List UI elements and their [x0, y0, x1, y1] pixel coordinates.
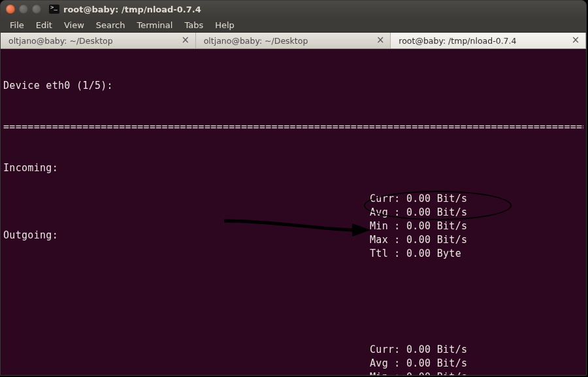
menu-edit[interactable]: Edit [31, 19, 57, 31]
menu-tabs[interactable]: Tabs [179, 19, 208, 31]
stat-curr: Curr: 0.00 Bit/s [370, 344, 467, 355]
stat-avg: Avg : 0.00 Bit/s [370, 206, 467, 218]
menubar: File Edit View Search Terminal Tabs Help [1, 18, 586, 33]
tab-label: oltjano@baby: ~/Desktop [8, 36, 113, 46]
close-icon[interactable]: × [376, 36, 385, 45]
tab-label: root@baby: /tmp/nload-0.7.4 [399, 36, 516, 46]
stat-ttl: Ttl : 0.00 Byte [370, 248, 461, 259]
incoming-label: Incoming: [3, 161, 583, 175]
window-title: root@baby: /tmp/nload-0.7.4 [63, 5, 581, 14]
outgoing-stats: Curr: 0.00 Bit/s Avg : 0.00 Bit/s Min : … [370, 343, 467, 375]
stat-avg: Avg : 0.00 Bit/s [370, 357, 467, 369]
arrow-annotation [224, 189, 370, 216]
menu-terminal[interactable]: Terminal [131, 19, 178, 31]
terminal-window: root@baby: /tmp/nload-0.7.4 File Edit Vi… [0, 0, 587, 376]
close-icon[interactable]: × [181, 36, 190, 45]
stat-max: Max : 0.00 Bit/s [370, 234, 467, 246]
tabbar: oltjano@baby: ~/Desktop × oltjano@baby: … [1, 33, 586, 49]
stat-min: Min : 0.00 Bit/s [370, 371, 467, 375]
stat-curr: Curr: 0.00 Bit/s [370, 193, 467, 205]
incoming-stats: Curr: 0.00 Bit/s Avg : 0.00 Bit/s Min : … [370, 192, 467, 261]
tab-1[interactable]: oltjano@baby: ~/Desktop × [1, 33, 196, 48]
stat-min: Min : 0.00 Bit/s [370, 220, 467, 232]
menu-file[interactable]: File [5, 19, 29, 31]
menu-search[interactable]: Search [91, 19, 131, 31]
terminal-output[interactable]: Device eth0 (1/5): =====================… [1, 49, 586, 375]
terminal-icon [49, 5, 59, 14]
tab-3[interactable]: root@baby: /tmp/nload-0.7.4 × [391, 33, 586, 48]
maximize-button[interactable] [32, 5, 41, 14]
minimize-button[interactable] [19, 5, 28, 14]
window-controls [6, 5, 41, 14]
divider-line: ========================================… [3, 120, 583, 134]
close-button[interactable] [6, 5, 15, 14]
menu-view[interactable]: View [59, 19, 90, 31]
titlebar: root@baby: /tmp/nload-0.7.4 [1, 1, 586, 18]
menu-help[interactable]: Help [210, 19, 240, 31]
device-line: Device eth0 (1/5): [3, 79, 583, 93]
tab-label: oltjano@baby: ~/Desktop [204, 36, 308, 46]
close-icon[interactable]: × [571, 36, 580, 45]
svg-marker-0 [352, 223, 370, 237]
outgoing-label: Outgoing: [3, 229, 58, 242]
tab-2[interactable]: oltjano@baby: ~/Desktop × [196, 33, 391, 48]
